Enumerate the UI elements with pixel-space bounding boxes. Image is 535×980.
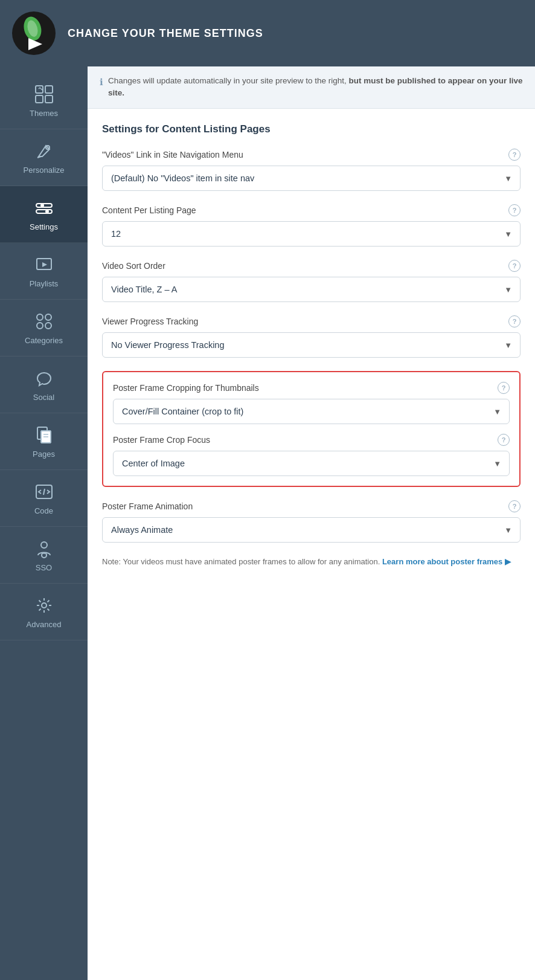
svg-marker-16 xyxy=(42,262,47,267)
label-content-per-page: Content Per Listing Page xyxy=(102,205,196,215)
label-poster-frame-cropping: Poster Frame Cropping for Thumbnails xyxy=(113,383,259,393)
field-label-row-videos-link: "Videos" Link in Site Navigation Menu ? xyxy=(102,149,521,161)
svg-point-17 xyxy=(37,314,43,320)
select-wrapper-poster-cropping: Cover/Fill Container (crop to fit)Contai… xyxy=(113,399,510,424)
help-icon-content-per-page[interactable]: ? xyxy=(508,204,521,216)
select-wrapper-crop-focus: Center of ImageTop of ImageBottom of Ima… xyxy=(113,451,510,476)
select-poster-frame-cropping[interactable]: Cover/Fill Container (crop to fit)Contai… xyxy=(113,399,510,424)
help-icon-poster-cropping[interactable]: ? xyxy=(498,382,510,394)
svg-point-19 xyxy=(37,323,43,329)
select-wrapper-viewer-progress: No Viewer Progress TrackingTrack Viewer … xyxy=(102,332,521,358)
svg-point-28 xyxy=(41,542,47,548)
help-icon-videos-link[interactable]: ? xyxy=(508,149,521,161)
svg-rect-13 xyxy=(36,210,52,213)
info-text: Changes will update automatically in you… xyxy=(108,75,523,100)
code-icon xyxy=(33,481,55,503)
header-title: CHANGE YOUR THEME SETTINGS xyxy=(68,27,263,40)
settings-content: Settings for Content Listing Pages "Vide… xyxy=(88,109,535,582)
advanced-icon xyxy=(33,595,55,616)
sidebar-item-social[interactable]: Social xyxy=(0,356,88,413)
select-poster-frame-animation[interactable]: Always AnimateNever AnimateAnimate on Ho… xyxy=(102,517,521,543)
learn-more-link[interactable]: Learn more about poster frames ▶ xyxy=(382,557,511,566)
select-content-per-page[interactable]: 6122448 xyxy=(102,221,521,247)
select-wrapper-videos-link: (Default) No "Videos" item in site navSh… xyxy=(102,166,521,191)
sidebar-item-advanced[interactable]: Advanced xyxy=(0,584,88,640)
sidebar-item-themes[interactable]: Themes xyxy=(0,73,88,129)
field-poster-frame-cropping: Poster Frame Cropping for Thumbnails ? C… xyxy=(113,382,510,424)
svg-rect-5 xyxy=(36,95,43,103)
sidebar-label-settings: Settings xyxy=(30,222,58,231)
sidebar-item-categories[interactable]: Categories xyxy=(0,300,88,356)
help-icon-video-sort-order[interactable]: ? xyxy=(508,260,521,272)
field-label-row-animation: Poster Frame Animation ? xyxy=(102,500,521,512)
sidebar-label-code: Code xyxy=(34,506,53,515)
label-poster-frame-animation: Poster Frame Animation xyxy=(102,501,193,511)
themes-icon xyxy=(33,83,55,105)
categories-icon xyxy=(33,311,55,332)
select-viewer-progress-tracking[interactable]: No Viewer Progress TrackingTrack Viewer … xyxy=(102,332,521,358)
svg-point-12 xyxy=(40,204,44,207)
select-wrapper-video-sort-order: Video Title, A – ZVideo Title, Z – ADate… xyxy=(102,277,521,302)
sidebar-label-advanced: Advanced xyxy=(27,620,62,629)
field-label-row-poster-cropping: Poster Frame Cropping for Thumbnails ? xyxy=(113,382,510,394)
field-video-sort-order: Video Sort Order ? Video Title, A – ZVid… xyxy=(102,260,521,302)
field-label-row-content-per-page: Content Per Listing Page ? xyxy=(102,204,521,216)
field-content-per-page: Content Per Listing Page ? 6122448 ▼ xyxy=(102,204,521,247)
field-label-row-video-sort-order: Video Sort Order ? xyxy=(102,260,521,272)
pages-icon xyxy=(33,424,55,446)
svg-line-7 xyxy=(39,88,40,89)
label-poster-frame-crop-focus: Poster Frame Crop Focus xyxy=(113,435,210,445)
sidebar-label-personalize: Personalize xyxy=(24,166,65,175)
settings-icon xyxy=(33,197,55,219)
select-videos-link[interactable]: (Default) No "Videos" item in site navSh… xyxy=(102,166,521,191)
svg-point-18 xyxy=(45,314,51,320)
sso-icon xyxy=(33,538,55,559)
highlight-box: Poster Frame Cropping for Thumbnails ? C… xyxy=(102,371,521,487)
select-wrapper-content-per-page: 6122448 ▼ xyxy=(102,221,521,247)
sidebar-label-sso: SSO xyxy=(36,563,52,572)
sidebar-label-social: Social xyxy=(33,393,54,402)
label-video-sort-order: Video Sort Order xyxy=(102,261,165,271)
info-icon: ℹ xyxy=(100,76,103,89)
help-icon-viewer-progress[interactable]: ? xyxy=(508,315,521,327)
playlists-icon xyxy=(33,254,55,276)
sidebar-item-pages[interactable]: Pages xyxy=(0,413,88,470)
label-viewer-progress-tracking: Viewer Progress Tracking xyxy=(102,317,198,326)
select-wrapper-animation: Always AnimateNever AnimateAnimate on Ho… xyxy=(102,517,521,543)
select-video-sort-order[interactable]: Video Title, A – ZVideo Title, Z – ADate… xyxy=(102,277,521,302)
sidebar-item-code[interactable]: Code xyxy=(0,470,88,527)
field-videos-link: "Videos" Link in Site Navigation Menu ? … xyxy=(102,149,521,191)
help-icon-animation[interactable]: ? xyxy=(508,500,521,512)
sidebar: Themes Personalize xyxy=(0,66,88,980)
info-banner: ℹ Changes will update automatically in y… xyxy=(88,66,535,109)
sidebar-item-personalize[interactable]: Personalize xyxy=(0,129,88,186)
social-icon xyxy=(33,367,55,389)
sidebar-label-pages: Pages xyxy=(33,450,55,459)
logo-icon xyxy=(12,11,56,55)
svg-rect-4 xyxy=(45,86,53,93)
field-label-row-crop-focus: Poster Frame Crop Focus ? xyxy=(113,434,510,446)
svg-point-20 xyxy=(45,323,51,329)
content-area: ℹ Changes will update automatically in y… xyxy=(88,66,535,980)
svg-line-27 xyxy=(43,489,45,495)
note-text: Note: Your videos must have animated pos… xyxy=(102,556,521,568)
svg-rect-6 xyxy=(45,95,53,103)
svg-point-14 xyxy=(45,210,49,213)
field-poster-frame-animation: Poster Frame Animation ? Always AnimateN… xyxy=(102,500,521,543)
sidebar-label-categories: Categories xyxy=(25,336,63,345)
personalize-icon xyxy=(33,140,55,162)
field-poster-frame-crop-focus: Poster Frame Crop Focus ? Center of Imag… xyxy=(113,434,510,476)
sidebar-label-themes: Themes xyxy=(30,109,58,118)
svg-point-31 xyxy=(42,603,46,608)
sidebar-item-playlists[interactable]: Playlists xyxy=(0,243,88,300)
help-icon-crop-focus[interactable]: ? xyxy=(498,434,510,446)
header: CHANGE YOUR THEME SETTINGS xyxy=(0,0,535,66)
sidebar-item-sso[interactable]: SSO xyxy=(0,527,88,584)
select-poster-frame-crop-focus[interactable]: Center of ImageTop of ImageBottom of Ima… xyxy=(113,451,510,476)
label-videos-link: "Videos" Link in Site Navigation Menu xyxy=(102,150,243,160)
field-label-row-viewer-progress: Viewer Progress Tracking ? xyxy=(102,315,521,327)
section-title: Settings for Content Listing Pages xyxy=(102,123,521,135)
field-viewer-progress-tracking: Viewer Progress Tracking ? No Viewer Pro… xyxy=(102,315,521,358)
svg-line-8 xyxy=(40,88,42,90)
sidebar-item-settings[interactable]: Settings xyxy=(0,186,88,243)
